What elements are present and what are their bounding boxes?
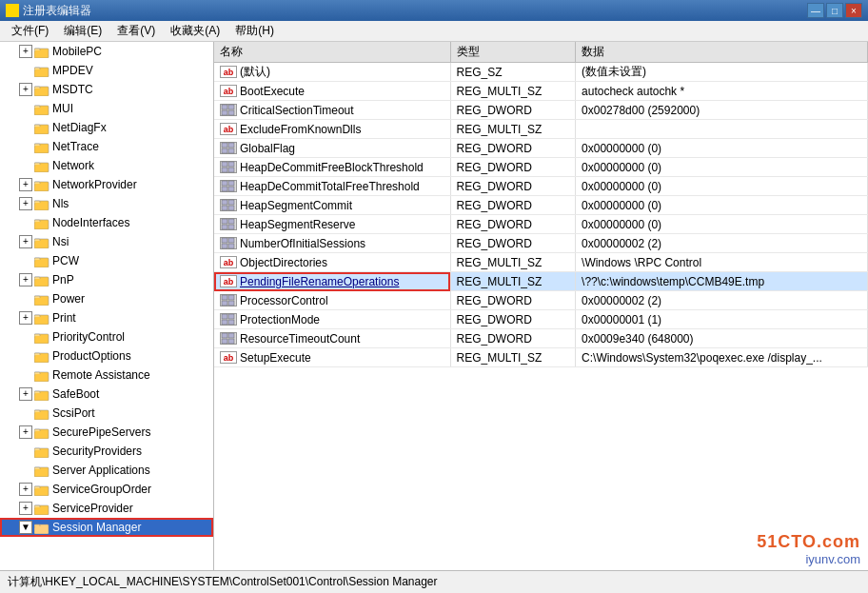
- value-data-cell: 0x00000000 (0): [576, 139, 868, 158]
- tree-item-label: Print: [52, 311, 76, 325]
- tree-item-serverapplications[interactable]: Server Applications: [0, 461, 213, 480]
- svg-rect-101: [228, 225, 234, 229]
- ab-icon: ab: [220, 256, 237, 268]
- tree-expand-icon[interactable]: +: [19, 235, 32, 248]
- table-row[interactable]: ab(默认)REG_SZ(数值未设置): [214, 63, 868, 82]
- tree-item-securepipeservers[interactable]: + SecurePipeServers: [0, 423, 213, 442]
- tree-item-nodeinterfaces[interactable]: NodeInterfaces: [0, 213, 213, 232]
- value-data-cell: 0x00000000 (0): [576, 215, 868, 234]
- tree-expand-icon[interactable]: +: [19, 178, 32, 191]
- tree-item-scsiport[interactable]: ScsiPort: [0, 404, 213, 423]
- svg-rect-68: [35, 469, 48, 476]
- value-name-cell: abBootExecute: [214, 82, 450, 101]
- tree-item-nettrace[interactable]: NetTrace: [0, 137, 213, 156]
- tree-item-mobilepc[interactable]: + MobilePC: [0, 42, 213, 61]
- tree-item-serviceprovider[interactable]: + ServiceProvider: [0, 499, 213, 518]
- value-type-cell: REG_SZ: [450, 63, 576, 82]
- tree-expand-icon[interactable]: +: [19, 502, 32, 515]
- tree-item-servicegrouporder[interactable]: + ServiceGroupOrder: [0, 480, 213, 499]
- dword-icon: [220, 332, 237, 345]
- tree-expand-icon[interactable]: +: [19, 483, 32, 496]
- svg-rect-91: [228, 181, 234, 186]
- table-row[interactable]: CriticalSectionTimeoutREG_DWORD0x00278d0…: [214, 101, 868, 120]
- svg-rect-117: [228, 339, 234, 344]
- table-row[interactable]: abSetupExecuteREG_MULTI_SZC:\Windows\Sys…: [214, 348, 868, 367]
- tree-item-nls[interactable]: + Nls: [0, 194, 213, 213]
- svg-rect-87: [228, 162, 234, 167]
- table-row[interactable]: abBootExecuteREG_MULTI_SZautocheck autoc…: [214, 82, 868, 101]
- table-row[interactable]: GlobalFlagREG_DWORD0x00000000 (0): [214, 139, 868, 158]
- menu-item[interactable]: 收藏夹(A): [163, 21, 227, 41]
- tree-item-securityproviders[interactable]: SecurityProviders: [0, 442, 213, 461]
- table-row[interactable]: abObjectDirectoriesREG_MULTI_SZ\Windows …: [214, 253, 868, 272]
- values-table: 名称 类型 数据 ab(默认)REG_SZ(数值未设置)abBootExecut…: [214, 42, 868, 367]
- table-row[interactable]: HeapDeCommitTotalFreeThresholdREG_DWORD0…: [214, 177, 868, 196]
- menu-bar: 文件(F)编辑(E)查看(V)收藏夹(A)帮助(H): [0, 21, 868, 42]
- folder-icon: [34, 330, 49, 344]
- table-row[interactable]: abExcludeFromKnownDllsREG_MULTI_SZ: [214, 120, 868, 139]
- tree-item-power[interactable]: Power: [0, 289, 213, 308]
- folder-icon: [34, 368, 49, 382]
- tree-item-sessionmanager[interactable]: ▼ Session Manager: [0, 518, 213, 537]
- tree-expand-icon[interactable]: +: [19, 197, 32, 210]
- tree-item-label: SecurePipeServers: [52, 425, 150, 439]
- tree-expand-icon[interactable]: +: [19, 425, 32, 439]
- svg-rect-103: [228, 238, 234, 243]
- table-row[interactable]: ResourceTimeoutCountREG_DWORD0x0009e340 …: [214, 329, 868, 348]
- tree-pane[interactable]: + MobilePC MPDEV+ MSDTC MUI NetDiagFx Ne…: [0, 42, 214, 570]
- value-name-cell: abPendingFileRenameOperations: [214, 272, 450, 291]
- table-row[interactable]: ProtectionModeREG_DWORD0x00000001 (1): [214, 310, 868, 329]
- tree-item-networkprovider[interactable]: + NetworkProvider: [0, 175, 213, 194]
- title-bar: 注册表编辑器 — □ ×: [0, 0, 868, 21]
- menu-item[interactable]: 帮助(H): [227, 21, 282, 41]
- tree-item-pnp[interactable]: + PnP: [0, 270, 213, 289]
- col-name: 名称: [214, 42, 450, 63]
- maximize-button[interactable]: □: [826, 3, 843, 18]
- tree-item-pcw[interactable]: PCW: [0, 251, 213, 270]
- tree-expand-icon[interactable]: +: [19, 311, 32, 325]
- value-name: ResourceTimeoutCount: [240, 332, 360, 346]
- tree-expand-icon[interactable]: +: [19, 273, 32, 287]
- tree-item-label: PnP: [52, 273, 74, 287]
- tree-expand-icon[interactable]: +: [19, 83, 32, 96]
- tree-item-label: PCW: [52, 254, 79, 267]
- tree-item-mpdev[interactable]: MPDEV: [0, 61, 213, 80]
- table-row[interactable]: HeapDeCommitFreeBlockThresholdREG_DWORD0…: [214, 158, 868, 177]
- svg-rect-105: [228, 244, 234, 248]
- tree-item-netdiagfx[interactable]: NetDiagFx: [0, 118, 213, 137]
- svg-rect-89: [228, 168, 234, 172]
- menu-item[interactable]: 文件(F): [4, 21, 56, 41]
- tree-item-nsi[interactable]: + Nsi: [0, 232, 213, 251]
- status-bar: 计算机\HKEY_LOCAL_MACHINE\SYSTEM\ControlSet…: [0, 570, 868, 593]
- svg-rect-97: [228, 206, 234, 210]
- value-data-cell: 0x00000000 (0): [576, 196, 868, 215]
- minimize-button[interactable]: —: [807, 3, 824, 18]
- tree-item-label: Session Manager: [52, 521, 141, 534]
- table-row[interactable]: NumberOfInitialSessionsREG_DWORD0x000000…: [214, 234, 868, 253]
- table-row[interactable]: abPendingFileRenameOperationsREG_MULTI_S…: [214, 272, 868, 291]
- table-row[interactable]: HeapSegmentReserveREG_DWORD0x00000000 (0…: [214, 215, 868, 234]
- values-pane[interactable]: 名称 类型 数据 ab(默认)REG_SZ(数值未设置)abBootExecut…: [214, 42, 868, 570]
- tree-item-mui[interactable]: MUI: [0, 99, 213, 118]
- tree-expand-icon[interactable]: +: [19, 387, 32, 401]
- tree-item-prioritycontrol[interactable]: PriorityControl: [0, 327, 213, 346]
- tree-item-msdtc[interactable]: + MSDTC: [0, 80, 213, 99]
- svg-rect-83: [228, 143, 234, 148]
- value-data-cell: 0x00000001 (1): [576, 310, 868, 329]
- tree-item-productoptions[interactable]: ProductOptions: [0, 346, 213, 366]
- menu-item[interactable]: 编辑(E): [56, 21, 109, 41]
- tree-item-label: MobilePC: [52, 45, 102, 58]
- menu-item[interactable]: 查看(V): [109, 21, 163, 41]
- table-row[interactable]: ProcessorControlREG_DWORD0x00000002 (2): [214, 291, 868, 310]
- tree-item-safeboot[interactable]: + SafeBoot: [0, 385, 213, 404]
- close-button[interactable]: ×: [845, 3, 862, 18]
- tree-expand-icon[interactable]: +: [19, 45, 32, 58]
- table-row[interactable]: HeapSegmentCommitREG_DWORD0x00000000 (0): [214, 196, 868, 215]
- tree-item-remoteassistance[interactable]: Remote Assistance: [0, 366, 213, 385]
- tree-expand-icon[interactable]: ▼: [19, 521, 32, 534]
- tree-item-network[interactable]: Network: [0, 156, 213, 175]
- tree-item-print[interactable]: + Print: [0, 308, 213, 327]
- svg-rect-32: [35, 241, 48, 247]
- tree-item-label: Nls: [52, 197, 69, 210]
- svg-rect-8: [35, 89, 48, 95]
